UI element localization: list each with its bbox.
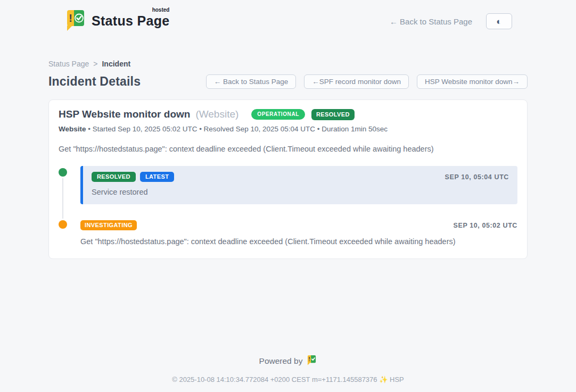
incident-meta-details: • Started Sep 10, 2025 05:02 UTC • Resol…	[88, 125, 388, 133]
latest-badge: LATEST	[140, 172, 174, 182]
timeline-latest-panel: RESOLVED LATEST SEP 10, 05:04 UTC Servic…	[80, 166, 517, 204]
breadcrumb-separator: >	[93, 60, 97, 68]
timeline-timestamp: SEP 10, 05:02 UTC	[454, 222, 517, 229]
next-incident-button[interactable]: HSP Website monitor down→	[417, 74, 528, 89]
powered-by[interactable]: Powered by !	[0, 355, 576, 368]
incident-card: HSP Website monitor down (Website) OPERA…	[48, 99, 528, 259]
breadcrumb-incident: Incident	[102, 60, 130, 68]
back-to-status-page-link[interactable]: ← Back to Status Page	[390, 17, 472, 26]
svg-text:!: !	[69, 12, 72, 24]
incident-timeline: RESOLVED LATEST SEP 10, 05:04 UTC Servic…	[59, 166, 517, 246]
theme-toggle-button[interactable]: ◐	[486, 13, 512, 29]
incident-meta: Website • Started Sep 10, 2025 05:02 UTC…	[59, 125, 517, 133]
timeline-item-resolved: RESOLVED LATEST SEP 10, 05:04 UTC Servic…	[59, 166, 517, 204]
status-page-logo-icon: !	[65, 9, 86, 34]
investigating-badge: INVESTIGATING	[80, 220, 137, 230]
timeline-dot-orange	[59, 220, 67, 229]
copyright-line: © 2025-10-08 14:10:34.772084 +0200 CEST …	[0, 376, 576, 383]
logo-hosted-label: hosted	[152, 7, 170, 13]
svg-text:!: !	[309, 356, 310, 362]
copyright-brand: HSP	[390, 376, 404, 383]
breadcrumb-status-page[interactable]: Status Page	[48, 60, 89, 68]
logo-text: Status Page	[92, 13, 169, 28]
back-to-status-page-button[interactable]: ← Back to Status Page	[206, 74, 297, 89]
timeline-message: Service restored	[92, 188, 509, 196]
timeline-item-investigating: INVESTIGATING SEP 10, 05:02 UTC Get "htt…	[59, 220, 517, 246]
incident-monitor-name: (Website)	[195, 109, 238, 120]
resolved-badge: RESOLVED	[92, 172, 136, 182]
incident-nav-buttons: ← Back to Status Page ←SPF record monito…	[206, 74, 528, 89]
page-footer: Powered by ! © 2025-10-08 14:10:34.77208…	[0, 355, 576, 383]
powered-by-label: Powered by	[259, 356, 303, 366]
incident-description: Get "https://hostedstatus.page": context…	[59, 145, 517, 153]
operational-status-badge: OPERATIONAL	[251, 109, 305, 120]
powered-by-logo-icon: !	[307, 355, 317, 368]
timeline-timestamp: SEP 10, 05:04 UTC	[445, 173, 509, 181]
half-circle-icon: ◐	[496, 17, 501, 26]
copyright-text: © 2025-10-08 14:10:34.772084 +0200 CEST …	[172, 376, 377, 383]
incident-title: HSP Website monitor down	[59, 109, 190, 120]
page-title: Incident Details	[48, 74, 141, 89]
timeline-dot-green	[59, 168, 67, 177]
prev-incident-button[interactable]: ←SPF record monitor down	[304, 74, 409, 89]
main-content: Status Page > Incident Incident Details …	[48, 60, 528, 259]
breadcrumb: Status Page > Incident	[48, 60, 528, 68]
resolved-state-badge: RESOLVED	[311, 109, 355, 120]
sparkles-icon: ✨	[379, 376, 388, 383]
app-logo[interactable]: ! Status Page hosted	[65, 9, 169, 34]
app-header: ! Status Page hosted ← Back to Status Pa…	[0, 0, 576, 34]
incident-service-name: Website	[59, 125, 86, 133]
timeline-message: Get "https://hostedstatus.page": context…	[80, 237, 517, 246]
